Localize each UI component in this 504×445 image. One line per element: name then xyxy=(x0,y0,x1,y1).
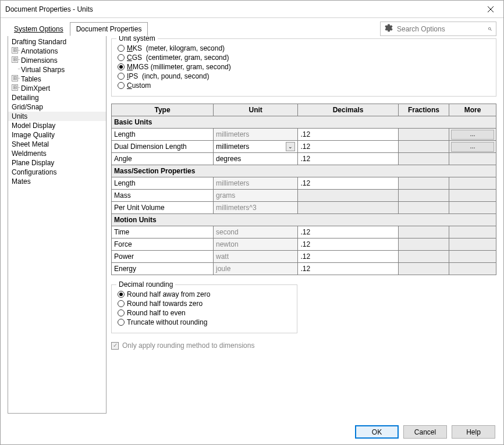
cell-energy-decimals[interactable]: .12 xyxy=(298,263,398,275)
tree-plane-display[interactable]: Plane Display xyxy=(8,158,106,168)
row-per-unit-volume: Per Unit Volume millimeters^3 xyxy=(112,202,496,214)
tab-system-options[interactable]: System Options xyxy=(8,22,70,36)
row-energy: Energy joule .12 xyxy=(112,263,496,275)
checkbox-only-dimensions: Only apply rounding method to dimensions xyxy=(111,340,496,351)
row-power: Power watt .12 xyxy=(112,251,496,263)
help-button[interactable]: Help xyxy=(452,425,495,439)
cell-time-decimals[interactable]: .12 xyxy=(298,226,398,238)
radio-truncate[interactable]: Truncate without rounding xyxy=(118,318,291,327)
radio-round-even[interactable]: Round half to even xyxy=(118,308,291,318)
row-dual-dimension: Dual Dimension Length millimeters⌄ .12 .… xyxy=(112,141,496,153)
section-basic: Basic Units xyxy=(112,116,496,129)
row-force: Force newton .12 xyxy=(112,238,496,251)
ok-button[interactable]: OK xyxy=(355,425,399,439)
dialog-window: Document Properties - Units System Optio… xyxy=(0,0,504,445)
tree-mates[interactable]: Mates xyxy=(8,177,106,186)
radio-mmgs[interactable]: MMGS (millimeter, gram, second) xyxy=(118,62,490,72)
tree-dimensions[interactable]: Dimensions xyxy=(8,56,106,65)
search-icon xyxy=(488,25,492,33)
cell-force-decimals[interactable]: .12 xyxy=(298,238,398,251)
tree-sheet-metal[interactable]: Sheet Metal xyxy=(8,140,106,149)
col-fractions: Fractions xyxy=(398,104,449,116)
radio-icon xyxy=(118,291,125,298)
row-time: Time second .12 xyxy=(112,226,496,238)
radio-cgs[interactable]: CGS (centimeter, gram, second) xyxy=(118,53,490,62)
tab-document-properties[interactable]: Document Properties xyxy=(70,22,148,36)
cancel-button[interactable]: Cancel xyxy=(403,425,447,439)
radio-icon xyxy=(118,300,125,307)
cell-length-decimals[interactable]: .12 xyxy=(298,129,398,141)
tree-model-display[interactable]: Model Display xyxy=(8,121,106,130)
section-motion: Motion Units xyxy=(112,214,496,226)
row-mass: Mass grams xyxy=(112,190,496,202)
radio-icon xyxy=(118,63,125,70)
content-panel: Unit system MKS (meter, kilogram, second… xyxy=(111,36,496,414)
col-type: Type xyxy=(112,104,214,116)
tree-units[interactable]: Units xyxy=(8,112,106,121)
tree-drafting-standard[interactable]: Drafting Standard xyxy=(8,37,106,47)
unit-system-group: Unit system MKS (meter, kilogram, second… xyxy=(111,38,496,97)
cell-angle-decimals[interactable]: .12 xyxy=(298,153,398,165)
dialog-footer: OK Cancel Help xyxy=(1,419,503,444)
category-tree[interactable]: Drafting Standard Annotations Dimensions… xyxy=(8,36,107,414)
search-box[interactable] xyxy=(380,22,496,36)
radio-mks[interactable]: MKS (meter, kilogram, second) xyxy=(118,44,490,53)
close-icon xyxy=(488,6,494,12)
cell-dual-decimals[interactable]: .12 xyxy=(298,141,398,153)
cell-power-decimals[interactable]: .12 xyxy=(298,251,398,263)
tree-detailing[interactable]: Detailing xyxy=(8,93,106,102)
tree-image-quality[interactable]: Image Quality xyxy=(8,130,106,140)
radio-ips[interactable]: IPS (inch, pound, second) xyxy=(118,72,490,81)
decimal-rounding-group: Decimal rounding Round half away from ze… xyxy=(111,284,297,333)
radio-custom[interactable]: Custom xyxy=(118,81,490,90)
section-mass: Mass/Section Properties xyxy=(112,165,496,177)
row-angle: Angle degrees .12 xyxy=(112,153,496,165)
tree-virtual-sharps[interactable]: Virtual Sharps xyxy=(8,65,106,74)
row-length: Length millimeters .12 ... xyxy=(112,129,496,141)
window-title: Document Properties - Units xyxy=(5,5,93,13)
tree-grid-snap[interactable]: Grid/Snap xyxy=(8,102,106,112)
radio-round-away[interactable]: Round half away from zero xyxy=(118,290,291,299)
radio-icon xyxy=(118,309,125,316)
radio-icon xyxy=(118,54,125,61)
dialog-body: Drafting Standard Annotations Dimensions… xyxy=(1,36,503,419)
rounding-legend: Decimal rounding xyxy=(116,280,175,289)
cell-angle-unit[interactable]: degrees xyxy=(214,153,298,165)
cell-dual-unit[interactable]: millimeters⌄ xyxy=(214,141,298,153)
tree-tables[interactable]: Tables xyxy=(8,74,106,84)
chevron-down-icon[interactable]: ⌄ xyxy=(286,142,295,151)
cell-mlength-decimals[interactable]: .12 xyxy=(298,177,398,190)
top-row: System Options Document Properties xyxy=(1,18,503,36)
more-button-dual[interactable]: ... xyxy=(451,142,494,152)
radio-icon xyxy=(118,45,125,52)
col-more: More xyxy=(449,104,496,116)
search-input[interactable] xyxy=(397,25,484,33)
radio-icon xyxy=(118,82,125,89)
radio-icon xyxy=(118,319,125,326)
tree-weldments[interactable]: Weldments xyxy=(8,149,106,158)
radio-icon xyxy=(118,73,125,80)
tree-configurations[interactable]: Configurations xyxy=(8,168,106,177)
radio-round-towards[interactable]: Round half towards zero xyxy=(118,299,291,308)
gear-icon xyxy=(384,23,393,34)
tree-annotations[interactable]: Annotations xyxy=(8,47,106,56)
row-mass-length: Length millimeters .12 xyxy=(112,177,496,190)
close-button[interactable] xyxy=(477,1,503,18)
units-table: Type Unit Decimals Fractions More Basic … xyxy=(111,104,496,275)
tab-bar: System Options Document Properties xyxy=(8,22,148,36)
unit-system-legend: Unit system xyxy=(116,36,158,42)
col-unit: Unit xyxy=(214,104,298,116)
more-button-length[interactable]: ... xyxy=(451,130,494,140)
checkbox-icon xyxy=(111,342,119,350)
col-decimals: Decimals xyxy=(298,104,398,116)
titlebar: Document Properties - Units xyxy=(1,1,503,18)
tree-dimxpert[interactable]: DimXpert xyxy=(8,84,106,93)
